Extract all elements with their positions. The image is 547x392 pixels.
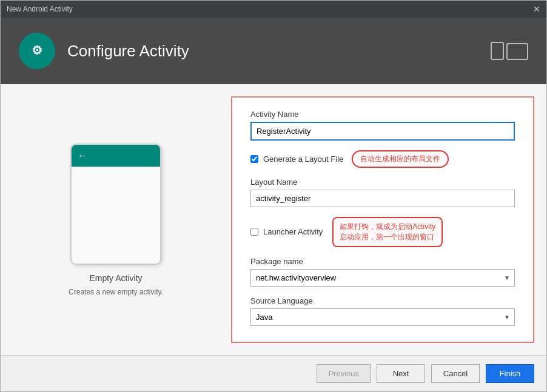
content-area: ← Empty Activity Creates a new empty act… [1,84,546,355]
layout-name-group: Layout Name [250,178,515,207]
svg-text:⚙: ⚙ [32,44,42,57]
launcher-activity-row: Launcher Activity 如果打钩，就成为启动Activity 启动应… [250,217,515,247]
phone-icon [491,42,504,60]
main-window: New Android Activity ✕ ⚙ Configure Activ… [0,0,547,392]
launcher-activity-label: Launcher Activity [263,227,323,236]
title-bar: New Android Activity ✕ [1,1,546,18]
tablet-icon [506,43,528,60]
footer: Previous Next Cancel Finish [1,355,546,391]
android-logo: ⚙ [19,33,55,69]
phone-mockup: ← [70,144,161,265]
source-language-label: Source Language [250,296,515,305]
package-name-select[interactable]: net.hw.activityoverview [250,269,515,287]
package-name-group: Package name net.hw.activityoverview ▼ [250,257,515,287]
header: ⚙ Configure Activity [1,18,546,84]
left-panel: ← Empty Activity Creates a new empty act… [1,84,231,355]
source-language-wrapper: Java Kotlin ▼ [250,308,515,326]
generate-layout-label: Generate a Layout File [263,154,343,164]
phone-content [72,167,160,264]
phone-top-bar: ← [72,145,160,167]
next-button[interactable]: Next [377,364,425,383]
package-name-wrapper: net.hw.activityoverview ▼ [250,269,515,287]
header-title: Configure Activity [67,42,189,61]
generate-layout-row: Generate a Layout File 自动生成相应的布局文件 [250,150,515,168]
close-button[interactable]: ✕ [533,4,540,14]
launcher-annotation: 如果打钩，就成为启动Activity 启动应用，第一个出现的窗口 [332,217,443,247]
cancel-button[interactable]: Cancel [431,364,480,383]
layout-name-label: Layout Name [250,178,515,187]
source-language-group: Source Language Java Kotlin ▼ [250,296,515,326]
previous-button[interactable]: Previous [317,364,371,383]
android-icon: ⚙ [26,40,48,62]
activity-name-label: Activity Name [250,110,515,119]
activity-description: Creates a new empty activity. [69,288,163,296]
generate-layout-annotation: 自动生成相应的布局文件 [352,150,449,168]
title-bar-text: New Android Activity [7,5,73,13]
finish-button[interactable]: Finish [486,364,534,383]
activity-name-group: Activity Name [250,110,515,141]
layout-name-input[interactable] [250,190,515,207]
device-icons [491,42,528,60]
package-name-label: Package name [250,257,515,266]
activity-type-label: Empty Activity [89,273,142,283]
activity-name-input[interactable] [250,122,515,141]
launcher-activity-checkbox[interactable] [250,228,258,236]
right-panel: Activity Name Generate a Layout File 自动生… [231,96,534,343]
generate-layout-checkbox[interactable] [250,155,258,163]
source-language-select[interactable]: Java Kotlin [250,308,515,326]
back-arrow-icon: ← [78,150,87,161]
